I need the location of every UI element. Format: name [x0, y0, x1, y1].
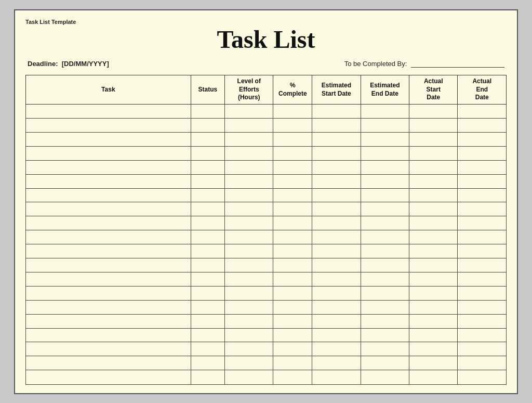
table-cell[interactable]	[312, 230, 361, 244]
table-cell[interactable]	[273, 202, 312, 216]
table-cell[interactable]	[409, 286, 458, 300]
table-row[interactable]	[26, 370, 507, 384]
table-cell[interactable]	[361, 314, 409, 328]
table-cell[interactable]	[191, 230, 224, 244]
table-row[interactable]	[26, 146, 507, 160]
table-cell[interactable]	[191, 286, 224, 300]
table-cell[interactable]	[409, 342, 458, 356]
table-cell[interactable]	[273, 286, 312, 300]
table-cell[interactable]	[191, 160, 224, 174]
table-row[interactable]	[26, 258, 507, 272]
table-cell[interactable]	[191, 105, 224, 119]
table-row[interactable]	[26, 272, 507, 286]
table-cell[interactable]	[312, 286, 361, 300]
table-row[interactable]	[26, 160, 507, 174]
table-cell[interactable]	[225, 160, 273, 174]
table-row[interactable]	[26, 314, 507, 328]
table-row[interactable]	[26, 105, 507, 119]
table-cell[interactable]	[26, 244, 191, 258]
table-cell[interactable]	[191, 272, 224, 286]
table-row[interactable]	[26, 202, 507, 216]
table-cell[interactable]	[409, 188, 458, 202]
table-cell[interactable]	[458, 286, 507, 300]
table-cell[interactable]	[458, 118, 507, 132]
table-cell[interactable]	[225, 370, 273, 384]
table-cell[interactable]	[312, 202, 361, 216]
table-row[interactable]	[26, 216, 507, 230]
table-cell[interactable]	[409, 105, 458, 119]
table-cell[interactable]	[273, 188, 312, 202]
table-row[interactable]	[26, 174, 507, 188]
table-cell[interactable]	[191, 370, 224, 384]
table-cell[interactable]	[361, 174, 409, 188]
table-cell[interactable]	[458, 230, 507, 244]
table-cell[interactable]	[312, 132, 361, 146]
table-cell[interactable]	[409, 314, 458, 328]
table-cell[interactable]	[409, 202, 458, 216]
table-cell[interactable]	[273, 328, 312, 342]
table-cell[interactable]	[312, 272, 361, 286]
table-cell[interactable]	[361, 118, 409, 132]
table-cell[interactable]	[273, 258, 312, 272]
table-cell[interactable]	[191, 328, 224, 342]
table-cell[interactable]	[273, 356, 312, 370]
table-row[interactable]	[26, 342, 507, 356]
table-cell[interactable]	[458, 314, 507, 328]
table-cell[interactable]	[225, 244, 273, 258]
table-cell[interactable]	[26, 230, 191, 244]
table-cell[interactable]	[458, 174, 507, 188]
table-cell[interactable]	[312, 216, 361, 230]
table-cell[interactable]	[458, 132, 507, 146]
table-cell[interactable]	[458, 300, 507, 314]
table-cell[interactable]	[312, 300, 361, 314]
table-cell[interactable]	[191, 216, 224, 230]
table-cell[interactable]	[361, 230, 409, 244]
table-cell[interactable]	[409, 300, 458, 314]
table-row[interactable]	[26, 300, 507, 314]
table-cell[interactable]	[26, 118, 191, 132]
table-cell[interactable]	[458, 244, 507, 258]
table-cell[interactable]	[191, 146, 224, 160]
table-cell[interactable]	[361, 370, 409, 384]
table-cell[interactable]	[273, 244, 312, 258]
table-cell[interactable]	[26, 370, 191, 384]
table-cell[interactable]	[361, 342, 409, 356]
table-cell[interactable]	[312, 146, 361, 160]
table-cell[interactable]	[409, 132, 458, 146]
table-cell[interactable]	[225, 300, 273, 314]
table-cell[interactable]	[273, 300, 312, 314]
table-cell[interactable]	[191, 314, 224, 328]
table-cell[interactable]	[458, 370, 507, 384]
table-cell[interactable]	[409, 272, 458, 286]
table-cell[interactable]	[361, 105, 409, 119]
table-cell[interactable]	[409, 174, 458, 188]
table-cell[interactable]	[26, 160, 191, 174]
table-cell[interactable]	[273, 314, 312, 328]
table-cell[interactable]	[409, 216, 458, 230]
table-cell[interactable]	[361, 244, 409, 258]
table-cell[interactable]	[312, 244, 361, 258]
table-cell[interactable]	[26, 314, 191, 328]
table-cell[interactable]	[409, 230, 458, 244]
table-cell[interactable]	[312, 160, 361, 174]
table-cell[interactable]	[312, 356, 361, 370]
table-cell[interactable]	[26, 132, 191, 146]
table-cell[interactable]	[273, 370, 312, 384]
table-cell[interactable]	[361, 328, 409, 342]
table-cell[interactable]	[361, 160, 409, 174]
table-cell[interactable]	[225, 314, 273, 328]
table-row[interactable]	[26, 188, 507, 202]
table-cell[interactable]	[191, 356, 224, 370]
table-cell[interactable]	[409, 356, 458, 370]
table-row[interactable]	[26, 286, 507, 300]
table-cell[interactable]	[458, 342, 507, 356]
table-cell[interactable]	[225, 328, 273, 342]
table-cell[interactable]	[191, 118, 224, 132]
table-cell[interactable]	[361, 258, 409, 272]
table-cell[interactable]	[312, 105, 361, 119]
table-cell[interactable]	[458, 258, 507, 272]
table-cell[interactable]	[273, 160, 312, 174]
table-cell[interactable]	[361, 132, 409, 146]
table-cell[interactable]	[273, 342, 312, 356]
table-cell[interactable]	[225, 258, 273, 272]
